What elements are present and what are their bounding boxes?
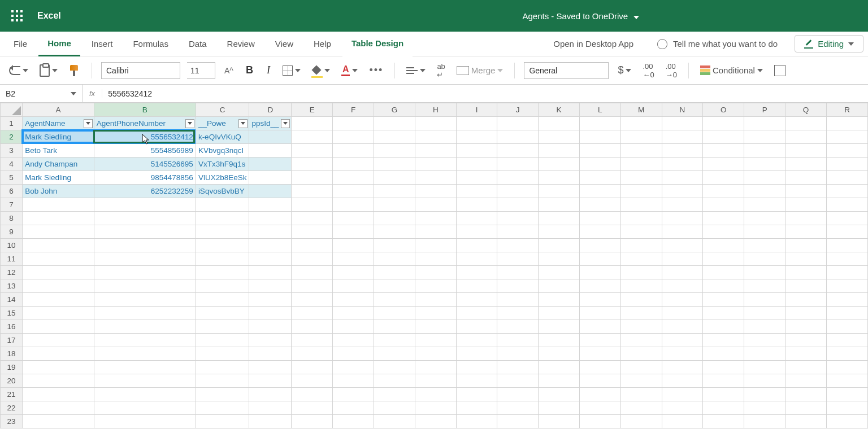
cell-P1[interactable] [744,117,785,130]
cell-B7[interactable] [94,198,196,212]
cell-Q21[interactable] [785,388,827,401]
row-header-4[interactable]: 4 [1,158,23,171]
cell-Q15[interactable] [785,307,827,320]
cell-I4[interactable] [456,158,497,171]
cell-N6[interactable] [662,185,703,198]
cell-B12[interactable] [94,266,196,279]
cell-R4[interactable] [827,158,868,171]
cell-R20[interactable] [827,374,868,388]
cell-O12[interactable] [703,266,744,279]
cell-C11[interactable] [196,252,249,266]
cell-P3[interactable] [744,144,785,158]
cell-F4[interactable] [333,158,374,171]
cell-K3[interactable] [539,144,580,158]
cell-L22[interactable] [579,401,620,415]
bold-button[interactable]: B [242,64,257,76]
cell-D17[interactable] [249,334,292,347]
row-header-17[interactable]: 17 [1,334,23,347]
cell-R23[interactable] [827,415,868,428]
cell-M8[interactable] [620,212,662,225]
cell-H9[interactable] [415,225,456,239]
cell-E19[interactable] [292,361,333,374]
cell-I20[interactable] [456,374,497,388]
format-painter-button[interactable] [67,63,83,78]
cell-K11[interactable] [539,252,580,266]
column-header-M[interactable]: M [620,103,662,117]
cell-I5[interactable] [456,171,497,185]
app-launcher-icon[interactable] [7,6,27,26]
cell-O13[interactable] [703,279,744,293]
row-header-8[interactable]: 8 [1,212,23,225]
cell-B14[interactable] [94,293,196,307]
cell-C13[interactable] [196,279,249,293]
cell-K16[interactable] [539,320,580,334]
cell-D2[interactable] [249,130,292,144]
cell-J14[interactable] [497,293,539,307]
cell-F3[interactable] [333,144,374,158]
tab-table-design[interactable]: Table Design [342,32,413,56]
cell-B1[interactable]: AgentPhoneNumber [94,117,196,130]
font-color-button[interactable]: A [339,62,361,78]
cell-E1[interactable] [292,117,333,130]
cell-P21[interactable] [744,388,785,401]
tab-formulas[interactable]: Formulas [124,32,177,56]
cell-E18[interactable] [292,347,333,361]
select-all-corner[interactable] [1,103,23,117]
cell-P11[interactable] [744,252,785,266]
cell-K18[interactable] [539,347,580,361]
cell-Q20[interactable] [785,374,827,388]
row-header-12[interactable]: 12 [1,266,23,279]
cell-H22[interactable] [415,401,456,415]
row-header-7[interactable]: 7 [1,198,23,212]
cell-D8[interactable] [249,212,292,225]
align-button[interactable] [404,65,428,76]
editing-mode-button[interactable]: Editing [795,35,863,53]
conditional-format-button[interactable]: Conditional [698,63,765,78]
cell-L15[interactable] [579,307,620,320]
cell-N11[interactable] [662,252,703,266]
cell-F21[interactable] [333,388,374,401]
cell-O19[interactable] [703,361,744,374]
cell-K4[interactable] [539,158,580,171]
cell-R16[interactable] [827,320,868,334]
cell-R21[interactable] [827,388,868,401]
decrease-decimal-button[interactable]: .00→0 [663,60,679,81]
cell-G16[interactable] [374,320,415,334]
cell-N1[interactable] [662,117,703,130]
column-header-A[interactable]: A [23,103,94,117]
cell-C19[interactable] [196,361,249,374]
cell-B10[interactable] [94,239,196,252]
cell-A21[interactable] [23,388,94,401]
row-header-6[interactable]: 6 [1,185,23,198]
cell-L17[interactable] [579,334,620,347]
row-header-21[interactable]: 21 [1,388,23,401]
cell-A5[interactable]: Mark Siedling [23,171,94,185]
cell-O6[interactable] [703,185,744,198]
cell-J22[interactable] [497,401,539,415]
cell-C22[interactable] [196,401,249,415]
cell-O23[interactable] [703,415,744,428]
cell-M1[interactable] [620,117,662,130]
cell-Q19[interactable] [785,361,827,374]
cell-B9[interactable] [94,225,196,239]
cell-I7[interactable] [456,198,497,212]
cell-O8[interactable] [703,212,744,225]
cell-N19[interactable] [662,361,703,374]
cell-H6[interactable] [415,185,456,198]
cell-O9[interactable] [703,225,744,239]
cell-D16[interactable] [249,320,292,334]
cell-F5[interactable] [333,171,374,185]
cell-R11[interactable] [827,252,868,266]
cell-O20[interactable] [703,374,744,388]
cell-E2[interactable] [292,130,333,144]
cell-I15[interactable] [456,307,497,320]
cell-P13[interactable] [744,279,785,293]
cell-O22[interactable] [703,401,744,415]
cell-C6[interactable]: iSqvosBvbBY [196,185,249,198]
cell-L20[interactable] [579,374,620,388]
cell-O5[interactable] [703,171,744,185]
cell-J20[interactable] [497,374,539,388]
merge-button[interactable]: Merge [454,63,506,77]
cell-K7[interactable] [539,198,580,212]
row-header-11[interactable]: 11 [1,252,23,266]
